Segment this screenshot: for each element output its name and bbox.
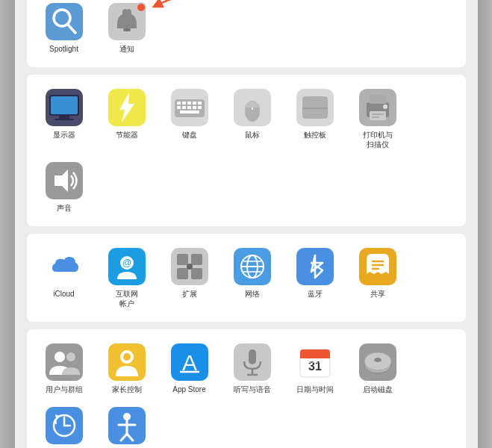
icon-item-internet[interactable]: @ 互联网帐户 (97, 243, 157, 313)
svg-rect-46 (59, 116, 69, 119)
accessibility-icon (108, 406, 146, 445)
internet-icon: @ (108, 247, 146, 286)
svg-rect-54 (193, 102, 196, 105)
svg-rect-53 (187, 102, 191, 105)
network-icon (233, 247, 272, 286)
icon-item-appstore[interactable]: A App Store (160, 338, 219, 399)
icon-item-energy[interactable]: 节能器 (97, 84, 157, 154)
sound-label: 声音 (57, 203, 72, 213)
icon-item-mouse[interactable]: 鼠标 (222, 84, 282, 154)
parental-label: 家长控制 (112, 385, 142, 394)
users-label: 用户与群组 (46, 385, 83, 394)
icon-item-keyboard[interactable]: 键盘 (160, 84, 219, 154)
icon-item-extensions[interactable]: 扩展 (160, 243, 219, 313)
svg-rect-71 (370, 111, 386, 120)
section-hardware: 显示器 节能器 (27, 75, 466, 226)
icon-item-printer[interactable]: 打印机与扫描仪 (348, 84, 408, 154)
svg-point-118 (374, 358, 382, 362)
icon-item-network[interactable]: 网络 (222, 243, 282, 313)
mouse-icon (233, 88, 272, 127)
svg-rect-95 (46, 343, 83, 381)
startup-label: 启动磁盘 (363, 385, 393, 394)
svg-rect-72 (372, 113, 384, 115)
svg-rect-60 (198, 106, 202, 109)
icon-item-bluetooth[interactable]: 蓝牙 (285, 243, 345, 313)
svg-text:@: @ (122, 258, 131, 268)
svg-rect-37 (46, 3, 83, 40)
extensions-label: 扩展 (182, 289, 197, 299)
icloud-label: iCloud (53, 289, 74, 299)
appstore-icon: A (170, 343, 209, 382)
icon-item-notification[interactable]: 通知 (97, 0, 157, 58)
icon-item-dictation[interactable]: 听写与语音 (222, 338, 282, 399)
svg-point-97 (66, 352, 75, 361)
icon-item-trackpad[interactable]: 触控板 (285, 84, 345, 154)
icon-item-timemachine[interactable]: Time Machine (34, 402, 94, 449)
appstore-label: App Store (172, 385, 205, 394)
svg-rect-56 (177, 106, 181, 109)
svg-point-74 (383, 105, 387, 109)
notification-label: 通知 (119, 44, 134, 54)
extensions-icon (170, 247, 209, 286)
icon-item-accessibility[interactable]: 辅助功能 (97, 402, 157, 449)
spotlight-label: Spotlight (49, 44, 78, 54)
content-area: 通用 桌面与屏幕保护程序 (15, 0, 478, 448)
icon-item-display[interactable]: 显示器 (34, 84, 94, 154)
svg-rect-47 (55, 119, 74, 120)
svg-rect-66 (302, 96, 328, 119)
icon-item-datetime[interactable]: 31 JULY 日期与时间 (285, 338, 345, 399)
icon-item-sharing[interactable]: 共享 (348, 243, 408, 313)
notification-badge (136, 2, 146, 13)
svg-rect-70 (370, 95, 386, 104)
bluetooth-label: 蓝牙 (308, 289, 323, 299)
users-icon (45, 343, 84, 382)
bluetooth-icon (296, 247, 334, 286)
mouse-label: 鼠标 (245, 130, 260, 140)
icon-item-parental[interactable]: 家长控制 (97, 338, 157, 399)
timemachine-icon (45, 406, 84, 445)
svg-rect-55 (198, 102, 202, 105)
svg-rect-41 (123, 28, 131, 31)
printer-icon (358, 88, 397, 127)
dictation-icon (233, 343, 272, 382)
svg-rect-83 (191, 254, 202, 265)
icon-item-users[interactable]: 用户与群组 (34, 338, 94, 399)
trackpad-label: 触控板 (304, 130, 326, 140)
icloud-icon (45, 247, 84, 286)
datetime-icon: 31 JULY (296, 343, 334, 382)
svg-rect-57 (182, 106, 186, 109)
icon-item-spotlight[interactable]: Spotlight (34, 0, 94, 58)
sharing-icon (358, 247, 397, 286)
main-window: ‹ › ⊞ 系统偏好设置 🔍 ✕ (15, 0, 478, 448)
svg-rect-59 (193, 106, 196, 109)
svg-rect-45 (51, 96, 78, 114)
icon-item-sound[interactable]: 声音 (34, 157, 94, 217)
sound-icon (45, 161, 84, 200)
section-personal: 通用 桌面与屏幕保护程序 (27, 0, 466, 67)
section-internet: iCloud @ 互联网帐户 (27, 234, 466, 322)
svg-rect-52 (182, 102, 186, 105)
energy-icon (108, 88, 146, 127)
display-label: 显示器 (53, 130, 75, 140)
spotlight-icon (45, 2, 84, 41)
dictation-label: 听写与语音 (234, 385, 271, 394)
notification-icon (108, 2, 146, 41)
svg-rect-105 (249, 349, 256, 364)
icon-item-startup[interactable]: 启动磁盘 (348, 338, 408, 399)
svg-point-86 (187, 264, 193, 270)
svg-rect-73 (372, 116, 379, 118)
network-label: 网络 (245, 289, 260, 299)
sharing-label: 共享 (370, 289, 385, 299)
svg-rect-85 (191, 268, 202, 279)
svg-text:JULY: JULY (308, 358, 321, 364)
svg-rect-51 (177, 102, 181, 105)
svg-rect-58 (187, 106, 191, 109)
svg-rect-82 (177, 254, 188, 265)
section-system: 用户与群组 家长控制 (27, 329, 466, 449)
internet-label: 互联网帐户 (116, 289, 138, 308)
datetime-label: 日期与时间 (296, 385, 334, 394)
parental-icon (108, 343, 146, 382)
svg-point-96 (55, 352, 65, 362)
icon-item-icloud[interactable]: iCloud (34, 243, 94, 313)
red-arrow (149, 0, 202, 20)
